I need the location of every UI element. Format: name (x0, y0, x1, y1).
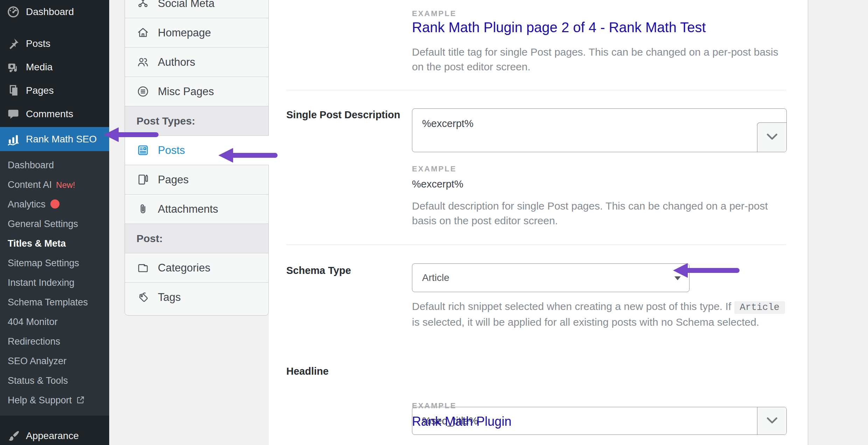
tab-label: Pages (158, 174, 189, 186)
example-label: EXAMPLE (412, 9, 456, 18)
arrow-pointing-posts-tab (218, 147, 280, 163)
settings-content-panel: EXAMPLE Rank Math Plugin page 2 of 4 - R… (269, 0, 808, 445)
sidebar-item-label: Posts (26, 38, 50, 49)
sidebar-item-rank-math-seo[interactable]: Rank Math SEO (0, 127, 109, 151)
comments-icon (6, 107, 20, 121)
submenu-item-schema-templates[interactable]: Schema Templates (0, 292, 109, 312)
home-icon (136, 26, 149, 39)
tab-label: Social Meta (158, 0, 215, 10)
arrow-pointing-schema-type-select (673, 262, 742, 278)
code-chip: Article (734, 301, 785, 314)
example-label: EXAMPLE (412, 164, 456, 174)
paperclip-icon (136, 203, 149, 216)
section-divider (286, 90, 786, 90)
users-icon (136, 56, 149, 69)
rank-math-submenu: Dashboard Content AINew! Analytics Gener… (0, 151, 109, 416)
submenu-item-general-settings[interactable]: General Settings (0, 214, 109, 234)
wp-admin-sidebar: Dashboard Posts Media Pages Comments Ran… (0, 0, 109, 445)
tab-label: Authors (158, 56, 195, 69)
schema-type-label: Schema Type (286, 265, 351, 276)
sidebar-item-media[interactable]: Media (0, 55, 109, 79)
tab-label: Tags (158, 291, 181, 304)
submenu-item-404-monitor[interactable]: 404 Monitor (0, 312, 109, 332)
article-icon (136, 144, 149, 157)
sidebar-item-label: Rank Math SEO (26, 134, 97, 145)
share-icon (136, 0, 149, 10)
single-post-description-help: Default description for single Post page… (412, 199, 792, 228)
sidebar-item-label: Dashboard (26, 6, 74, 17)
submenu-item-dashboard[interactable]: Dashboard (0, 155, 109, 175)
sidebar-item-comments[interactable]: Comments (0, 102, 109, 126)
dashboard-icon (6, 5, 20, 19)
single-post-description-label: Single Post Description (286, 109, 400, 121)
tab-attachments[interactable]: Attachments (125, 195, 268, 224)
schema-type-select[interactable]: Article (412, 263, 690, 292)
tab-pages[interactable]: Pages (125, 165, 268, 195)
media-icon (6, 60, 20, 74)
variables-dropdown-button[interactable] (757, 122, 786, 152)
arrow-pointing-rank-math-seo (104, 127, 161, 143)
folder-icon (136, 261, 149, 274)
notification-dot (50, 199, 59, 209)
submenu-item-analytics[interactable]: Analytics (0, 195, 109, 214)
tab-social-meta[interactable]: Social Meta (125, 0, 268, 18)
pushpin-icon (6, 37, 20, 51)
tab-misc-pages[interactable]: Misc Pages (125, 77, 268, 106)
schema-type-help: Default rich snippet selected when creat… (412, 299, 795, 330)
sidebar-item-pages[interactable]: Pages (0, 79, 109, 102)
headline-label: Headline (286, 366, 329, 377)
sidebar-item-posts[interactable]: Posts (0, 32, 109, 55)
rank-math-icon (6, 132, 20, 146)
tab-label: Categories (158, 262, 210, 274)
tab-label: Misc Pages (158, 85, 214, 98)
page-pencil-icon (136, 173, 149, 186)
tab-authors[interactable]: Authors (125, 48, 268, 77)
tab-tags[interactable]: Tags (125, 283, 268, 312)
submenu-item-help-support[interactable]: Help & Support (0, 390, 109, 410)
pages-icon (6, 84, 20, 98)
sidebar-item-label: Comments (26, 108, 73, 120)
tab-homepage[interactable]: Homepage (125, 18, 268, 48)
variables-dropdown-button[interactable] (757, 407, 786, 435)
wp-menu-lower: Appearance (0, 416, 109, 445)
submenu-item-status-tools[interactable]: Status & Tools (0, 371, 109, 390)
submenu-item-instant-indexing[interactable]: Instant Indexing (0, 273, 109, 292)
submenu-item-seo-analyzer[interactable]: SEO Analyzer (0, 351, 109, 371)
tab-group-post: Post: (125, 224, 268, 253)
single-post-description-textarea[interactable]: %excerpt% (412, 109, 786, 152)
external-link-icon (76, 391, 85, 411)
tab-label: Homepage (158, 27, 211, 39)
submenu-item-content-ai[interactable]: Content AINew! (0, 175, 109, 195)
new-badge: New! (56, 180, 75, 190)
sidebar-item-label: Media (26, 62, 52, 73)
chevron-down-icon (766, 133, 778, 141)
example-label: EXAMPLE (412, 401, 456, 410)
tab-label: Attachments (158, 203, 218, 216)
submenu-item-redirections[interactable]: Redirections (0, 332, 109, 351)
tab-categories[interactable]: Categories (125, 253, 268, 283)
serp-preview-title-link[interactable]: Rank Math Plugin page 2 of 4 - Rank Math… (412, 20, 706, 35)
headline-example-link[interactable]: Rank Math Plugin (412, 414, 511, 429)
section-divider (286, 245, 786, 245)
single-post-title-description: Default title tag for single Post pages.… (412, 45, 792, 74)
single-post-description-field: %excerpt% (412, 108, 787, 152)
tab-group-label: Post Types: (136, 115, 195, 127)
example-value: %excerpt% (412, 178, 463, 190)
sidebar-item-label: Pages (26, 85, 54, 96)
submenu-item-sitemap-settings[interactable]: Sitemap Settings (0, 253, 109, 273)
sidebar-item-dashboard[interactable]: Dashboard (0, 0, 109, 23)
tab-label: Posts (158, 144, 185, 157)
tab-group-label: Post: (136, 233, 163, 245)
list-circle-icon (136, 85, 149, 98)
brush-icon (6, 429, 20, 443)
submenu-item-titles-meta[interactable]: Titles & Meta (0, 234, 109, 253)
schema-type-selected-value: Article (422, 272, 449, 283)
sidebar-item-label: Appearance (26, 430, 79, 442)
sidebar-item-appearance[interactable]: Appearance (0, 424, 109, 445)
chevron-down-icon (766, 417, 778, 425)
menu-separator (0, 23, 109, 32)
tag-icon (136, 291, 149, 304)
